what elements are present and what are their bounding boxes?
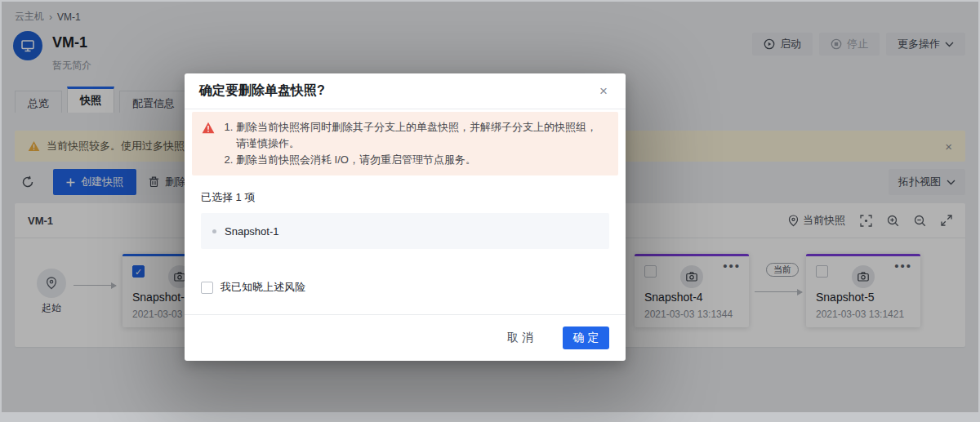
alert-list: 删除当前快照将同时删除其子分支上的单盘快照，并解绑子分支上的快照组，请谨慎操作。… xyxy=(221,119,607,168)
alert-triangle-icon xyxy=(202,122,215,134)
bullet-icon xyxy=(212,229,216,233)
dialog-title: 确定要删除单盘快照? xyxy=(199,82,596,100)
selected-items-box: Snapshot-1 xyxy=(201,213,609,249)
dialog-body: 已选择 1 项 Snapshot-1 我已知晓上述风险 xyxy=(185,187,626,295)
danger-alert: 删除当前快照将同时删除其子分支上的单盘快照，并解绑子分支上的快照组，请谨慎操作。… xyxy=(192,112,618,175)
acknowledge-row: 我已知晓上述风险 xyxy=(201,280,609,295)
alert-item: 删除当前快照会消耗 I/O，请勿重启管理节点服务。 xyxy=(236,152,607,168)
selected-count-label: 已选择 1 项 xyxy=(201,190,609,205)
cancel-button[interactable]: 取 消 xyxy=(507,331,533,345)
selected-item: Snapshot-1 xyxy=(225,225,279,238)
confirm-button[interactable]: 确 定 xyxy=(563,326,609,349)
dialog-header: 确定要删除单盘快照? × xyxy=(185,73,626,109)
close-icon[interactable]: × xyxy=(596,82,611,100)
dialog-footer: 取 消 确 定 xyxy=(185,314,626,361)
acknowledge-checkbox[interactable] xyxy=(201,282,213,294)
acknowledge-label: 我已知晓上述风险 xyxy=(220,280,305,295)
alert-item: 删除当前快照将同时删除其子分支上的单盘快照，并解绑子分支上的快照组，请谨慎操作。 xyxy=(236,119,607,152)
delete-snapshot-dialog: 确定要删除单盘快照? × 删除当前快照将同时删除其子分支上的单盘快照，并解绑子分… xyxy=(185,73,626,361)
window-frame: 云主机 › VM-1 VM-1 暂无简介 启动 停止 更多操作 xyxy=(0,0,980,422)
